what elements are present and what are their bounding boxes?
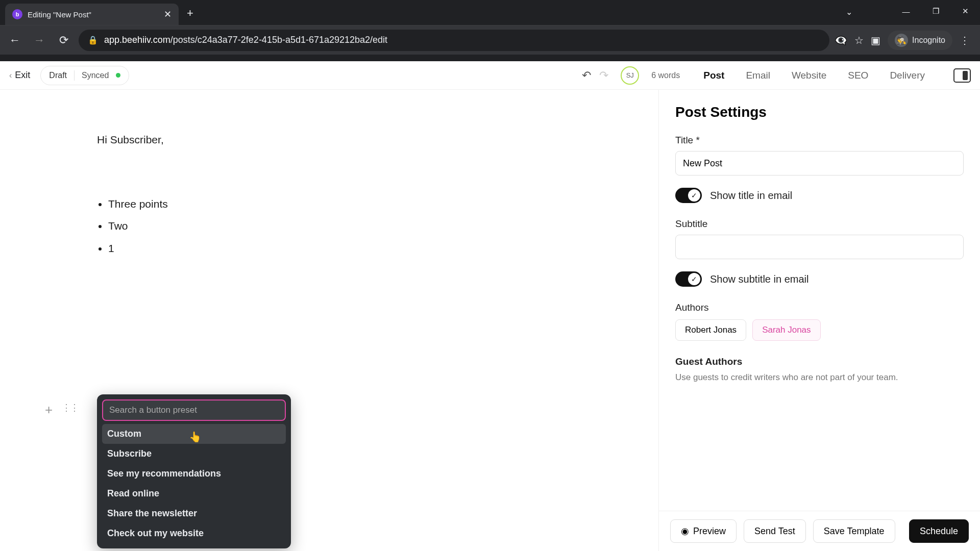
incognito-label: Incognito — [912, 36, 945, 45]
list-item[interactable]: Three points — [108, 195, 531, 213]
tab-bar: b Editing "New Post" ✕ + ⌄ ― ❐ ✕ — [0, 0, 980, 25]
browser-chrome: b Editing "New Post" ✕ + ⌄ ― ❐ ✕ ← → ⟳ 🔒… — [0, 0, 980, 61]
exit-label: Exit — [15, 70, 30, 81]
author-chip[interactable]: Sarah Jonas — [752, 319, 820, 341]
preset-option-custom[interactable]: Custom — [102, 424, 286, 444]
show-subtitle-label: Show subtitle in email — [710, 273, 808, 285]
url-text: app.beehiiv.com/posts/c24a3a77-2fe2-415b… — [104, 35, 387, 45]
check-icon: ✓ — [688, 273, 700, 285]
sync-dot-icon — [116, 73, 120, 78]
favicon-icon: b — [12, 9, 22, 19]
panel-toggle-icon[interactable] — [953, 68, 971, 83]
block-handles: + ⋮⋮ — [45, 402, 78, 418]
incognito-icon: 🕵️ — [895, 34, 908, 47]
settings-heading: Post Settings — [675, 104, 964, 120]
close-tab-icon[interactable]: ✕ — [164, 9, 172, 20]
editor-scroll[interactable]: Hi Subscriber, Three points Two 1 + ⋮⋮ C… — [0, 90, 658, 551]
extensions-icon[interactable]: ▣ — [871, 34, 880, 46]
preview-button[interactable]: ◉Preview — [670, 519, 737, 543]
drag-handle-icon[interactable]: ⋮⋮ — [62, 402, 78, 418]
editor-content[interactable]: Hi Subscriber, Three points Two 1 — [0, 90, 628, 415]
preset-option-recommendations[interactable]: See my recommendations — [102, 464, 286, 484]
check-icon: ✓ — [688, 189, 700, 202]
subtitle-label: Subtitle — [675, 218, 964, 230]
show-title-row: ✓ Show title in email — [675, 188, 964, 203]
show-subtitle-row: ✓ Show subtitle in email — [675, 271, 964, 287]
list-item[interactable]: 1 — [108, 239, 531, 258]
tab-post[interactable]: Post — [700, 67, 727, 84]
browser-tab[interactable]: b Editing "New Post" ✕ — [5, 4, 179, 25]
sync-label: Synced — [82, 71, 109, 80]
author-chip[interactable]: Robert Jonas — [675, 319, 746, 341]
eye-icon: ◉ — [681, 525, 689, 537]
draft-label: Draft — [49, 71, 67, 80]
title-label: Title * — [675, 135, 964, 146]
tab-email[interactable]: Email — [743, 67, 773, 84]
tab-title: Editing "New Post" — [28, 10, 159, 19]
authors-row: Robert Jonas Sarah Jonas — [675, 319, 964, 341]
exit-button[interactable]: ‹ Exit — [9, 70, 30, 81]
show-subtitle-toggle[interactable]: ✓ — [675, 271, 702, 287]
reload-button[interactable]: ⟳ — [54, 31, 74, 50]
back-button[interactable]: ← — [5, 31, 24, 50]
show-title-label: Show title in email — [710, 190, 792, 202]
close-window-button[interactable]: ✕ — [950, 7, 980, 16]
incognito-badge[interactable]: 🕵️ Incognito — [888, 31, 952, 50]
greeting-text[interactable]: Hi Subscriber, — [97, 131, 531, 149]
avatar[interactable]: SJ — [621, 66, 639, 85]
tab-overflow-icon[interactable]: ⌄ — [846, 7, 852, 17]
window-controls: ― ❐ ✕ — [891, 0, 980, 22]
settings-scroll[interactable]: Post Settings Title * ✓ Show title in em… — [659, 90, 980, 511]
preset-search-input[interactable] — [102, 399, 286, 421]
undo-redo: ↶ ↷ — [582, 69, 608, 82]
button-preset-popover: Custom Subscribe See my recommendations … — [97, 394, 291, 548]
star-icon[interactable]: ☆ — [854, 34, 864, 46]
redo-button[interactable]: ↷ — [599, 69, 608, 82]
bullet-list[interactable]: Three points Two 1 — [97, 195, 531, 258]
addr-right: 👁️‍🗨️ ☆ ▣ 🕵️ Incognito ⋮ — [835, 31, 975, 50]
eye-off-icon[interactable]: 👁️‍🗨️ — [835, 34, 847, 46]
maximize-button[interactable]: ❐ — [921, 7, 950, 16]
lock-icon: 🔒 — [88, 35, 98, 45]
preset-option-share[interactable]: Share the newsletter — [102, 504, 286, 523]
top-center: ↶ ↷ SJ 6 words — [139, 66, 690, 85]
list-item[interactable]: Two — [108, 217, 531, 235]
app-body: Hi Subscriber, Three points Two 1 + ⋮⋮ C… — [0, 90, 980, 551]
show-title-toggle[interactable]: ✓ — [675, 188, 702, 203]
status-pill: Draft Synced — [40, 66, 129, 85]
send-test-button[interactable]: Send Test — [744, 519, 806, 543]
preview-label: Preview — [693, 526, 726, 537]
divider — [74, 70, 75, 81]
preset-options: Custom Subscribe See my recommendations … — [102, 424, 286, 543]
forward-button[interactable]: → — [30, 31, 49, 50]
minimize-button[interactable]: ― — [891, 7, 921, 16]
guest-authors-label: Guest Authors — [675, 356, 964, 367]
tab-website[interactable]: Website — [789, 67, 829, 84]
add-block-button[interactable]: + — [45, 402, 53, 418]
preset-option-read-online[interactable]: Read online — [102, 484, 286, 504]
guest-authors-help: Use guests to credit writers who are not… — [675, 372, 964, 383]
address-bar: ← → ⟳ 🔒 app.beehiiv.com/posts/c24a3a77-2… — [0, 25, 980, 55]
settings-sidebar: Post Settings Title * ✓ Show title in em… — [658, 90, 980, 551]
tab-delivery[interactable]: Delivery — [887, 67, 928, 84]
sidebar-footer: ◉Preview Send Test Save Template Schedul… — [659, 511, 980, 551]
kebab-menu-icon[interactable]: ⋮ — [960, 34, 970, 46]
authors-label: Authors — [675, 302, 964, 313]
save-template-button[interactable]: Save Template — [813, 519, 895, 543]
settings-tabs: Post Email Website SEO Delivery — [700, 67, 971, 84]
app-topbar: ‹ Exit Draft Synced ↶ ↷ SJ 6 words Post … — [0, 61, 980, 90]
chevron-left-icon: ‹ — [9, 71, 12, 80]
title-input[interactable] — [675, 151, 964, 176]
subtitle-input[interactable] — [675, 235, 964, 259]
tab-seo[interactable]: SEO — [845, 67, 871, 84]
word-count: 6 words — [651, 71, 680, 80]
url-field[interactable]: 🔒 app.beehiiv.com/posts/c24a3a77-2fe2-41… — [79, 30, 829, 51]
new-tab-button[interactable]: + — [179, 7, 202, 25]
preset-option-subscribe[interactable]: Subscribe — [102, 444, 286, 464]
app: ‹ Exit Draft Synced ↶ ↷ SJ 6 words Post … — [0, 61, 980, 551]
undo-button[interactable]: ↶ — [582, 69, 591, 82]
preset-option-website[interactable]: Check out my website — [102, 523, 286, 543]
schedule-button[interactable]: Schedule — [909, 519, 969, 543]
